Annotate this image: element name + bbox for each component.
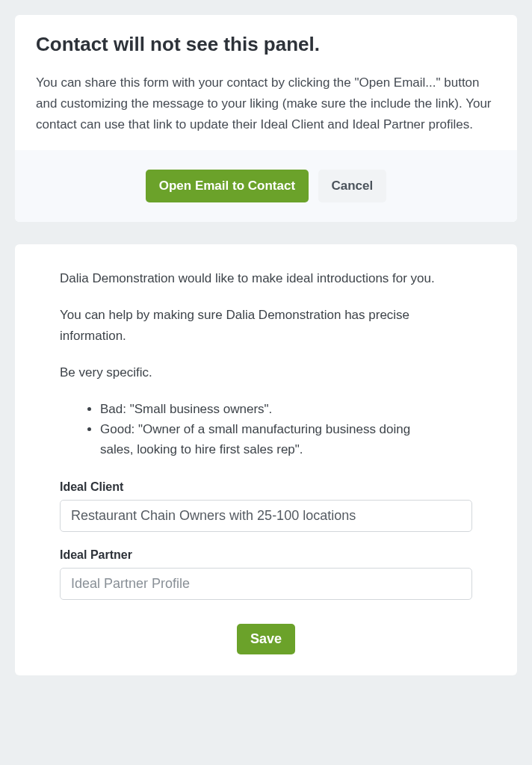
form-intro-2: You can help by making sure Dalia Demons… xyxy=(60,305,472,345)
form-intro-1: Dalia Demonstration would like to make i… xyxy=(60,268,472,288)
open-email-button[interactable]: Open Email to Contact xyxy=(146,170,309,202)
example-list: Bad: "Small business owners". Good: "Own… xyxy=(60,399,472,460)
form-intro-3: Be very specific. xyxy=(60,362,472,382)
list-item: Good: "Owner of a small manufacturing bu… xyxy=(100,419,472,459)
ideal-partner-group: Ideal Partner xyxy=(60,548,472,600)
notice-panel: Contact will not see this panel. You can… xyxy=(15,15,517,222)
notice-description: You can share this form with your contac… xyxy=(36,72,496,135)
ideal-client-group: Ideal Client xyxy=(60,480,472,532)
save-button[interactable]: Save xyxy=(237,624,295,654)
ideal-partner-label: Ideal Partner xyxy=(60,548,472,562)
form-actions: Save xyxy=(60,616,472,654)
form-panel: Dalia Demonstration would like to make i… xyxy=(15,244,517,675)
notice-actions: Open Email to Contact Cancel xyxy=(15,150,517,222)
list-item: Bad: "Small business owners". xyxy=(100,399,472,419)
ideal-partner-input[interactable] xyxy=(60,568,472,600)
notice-panel-body: Contact will not see this panel. You can… xyxy=(15,15,517,150)
notice-title: Contact will not see this panel. xyxy=(36,33,496,56)
ideal-client-input[interactable] xyxy=(60,500,472,532)
ideal-client-label: Ideal Client xyxy=(60,480,472,494)
cancel-button[interactable]: Cancel xyxy=(318,170,387,202)
